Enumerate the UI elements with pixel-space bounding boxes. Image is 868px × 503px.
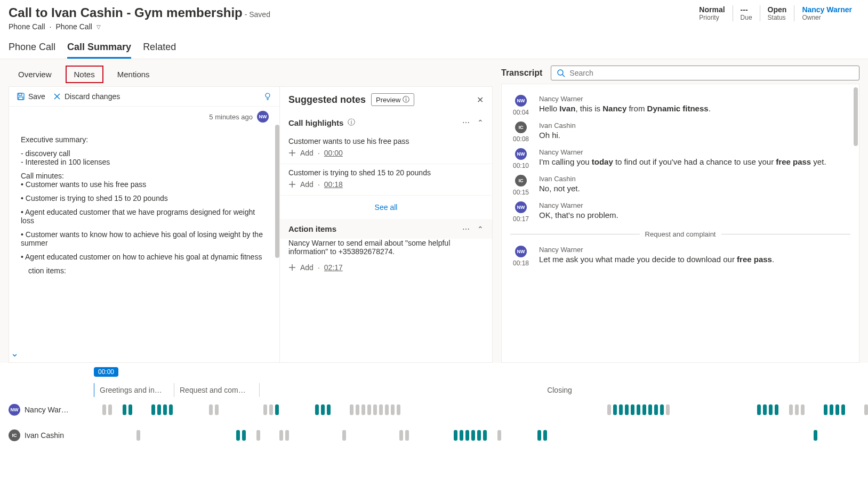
scrollbar[interactable] — [275, 125, 279, 258]
transcript-list[interactable]: NW00:04Nancy WarnerHello Ivan, this is N… — [501, 84, 859, 363]
segment-greeting[interactable]: Greetings and in… — [94, 383, 174, 397]
transcript-time: 00:10 — [510, 162, 532, 169]
crumb-entity: Phone Call — [9, 22, 45, 31]
chevron-down-icon[interactable]: ⌄ — [11, 347, 19, 359]
playhead[interactable]: 00:00 — [94, 367, 118, 377]
more-icon[interactable]: ⋯ — [462, 118, 470, 127]
transcript-time: 00:08 — [510, 135, 532, 143]
notes-timestamp: 5 minutes ago — [209, 113, 253, 121]
main-tabs: Phone Call Call Summary Related — [0, 34, 868, 59]
time-link[interactable]: 00:00 — [324, 149, 343, 157]
transcript-row[interactable]: NW00:10Nancy WarnerI'm calling you today… — [510, 148, 850, 169]
see-all-link[interactable]: See all — [280, 196, 492, 219]
waveform-speaker1[interactable] — [94, 404, 868, 415]
transcript-text: OK, that's no problem. — [539, 210, 850, 220]
transcript-speaker: Nancy Warner — [539, 246, 850, 254]
svg-point-5 — [266, 93, 270, 98]
action-item-text: Nancy Warner to send email about "some h… — [280, 239, 492, 260]
transcript-row[interactable]: NW00:18Nancy WarnerLet me ask you what m… — [510, 246, 850, 267]
tab-call-summary[interactable]: Call Summary — [67, 42, 131, 59]
call-highlights-heading: Call highlights — [288, 118, 343, 127]
info-icon: ⓘ — [403, 95, 409, 104]
transcript-text: No, not yet. — [539, 184, 850, 193]
speaker-name: Nancy War… — [25, 405, 69, 414]
due-value[interactable]: --- — [741, 5, 752, 14]
transcript-row[interactable]: NW00:17Nancy WarnerOK, that's no problem… — [510, 201, 850, 223]
svg-rect-1 — [19, 93, 22, 95]
transcript-row[interactable]: IC00:08Ivan CashinOh hi. — [510, 121, 850, 143]
transcript-text: Oh hi. — [539, 131, 850, 140]
subtab-notes[interactable]: Notes — [66, 66, 103, 83]
time-link[interactable]: 00:18 — [324, 180, 343, 189]
subtab-overview[interactable]: Overview — [11, 67, 59, 82]
avatar: IC — [9, 429, 20, 441]
avatar: NW — [515, 148, 527, 160]
highlight-text: Customer is trying to shed 15 to 20 poun… — [288, 168, 484, 177]
search-icon — [557, 69, 565, 77]
segment-request[interactable]: Request and com… — [174, 383, 260, 397]
status-value[interactable]: Open — [768, 5, 787, 14]
page-title: Call to Ivan Cashin - Gym membership — [9, 5, 243, 20]
status-fields: Normal Priority --- Due Open Status Nanc… — [692, 5, 859, 31]
record-header: Call to Ivan Cashin - Gym membership - S… — [0, 0, 868, 34]
transcript-heading: Transcript — [501, 68, 542, 78]
save-button[interactable]: Save — [17, 92, 45, 101]
tab-related[interactable]: Related — [143, 42, 176, 59]
close-suggested-icon[interactable]: ✕ — [477, 95, 484, 105]
more-icon[interactable]: ⋯ — [462, 225, 470, 233]
transcript-text: I'm calling you today to find out if you… — [539, 157, 850, 166]
transcript-speaker: Ivan Cashin — [539, 121, 850, 129]
scrollbar[interactable] — [854, 87, 858, 146]
avatar: NW — [257, 111, 269, 123]
segment-closing[interactable]: Closing — [260, 383, 859, 397]
subtab-mentions[interactable]: Mentions — [110, 67, 157, 82]
add-button[interactable]: Add — [300, 180, 314, 189]
crumb-form[interactable]: Phone Call — [55, 22, 92, 31]
lightbulb-icon[interactable] — [263, 92, 272, 101]
chevron-up-icon[interactable]: ⌃ — [477, 225, 484, 233]
avatar: IC — [515, 121, 527, 133]
save-icon — [17, 92, 25, 101]
transcript-speaker: Nancy Warner — [539, 201, 850, 209]
plus-icon[interactable] — [288, 181, 296, 188]
avatar: IC — [515, 175, 527, 186]
transcript-speaker: Nancy Warner — [539, 95, 850, 103]
search-input[interactable] — [551, 66, 859, 80]
avatar: NW — [9, 404, 20, 416]
transcript-time: 00:04 — [510, 109, 532, 116]
action-items-heading: Action items — [288, 224, 336, 233]
svg-line-15 — [562, 75, 565, 77]
transcript-text: Let me ask you what made you decide to d… — [539, 255, 850, 264]
avatar: NW — [515, 95, 527, 107]
transcript-time: 00:18 — [510, 259, 532, 267]
priority-value[interactable]: Normal — [699, 5, 725, 14]
add-button[interactable]: Add — [300, 149, 314, 157]
transcript-speaker: Nancy Warner — [539, 148, 850, 156]
chevron-up-icon[interactable]: ⌃ — [477, 118, 484, 127]
preview-button[interactable]: Preview ⓘ — [371, 93, 414, 106]
transcript-row[interactable]: IC00:15Ivan CashinNo, not yet. — [510, 175, 850, 196]
svg-point-14 — [558, 70, 563, 75]
notes-editor[interactable]: Executive summary: - discovery call - In… — [9, 125, 279, 286]
transcript-text: Hello Ivan, this is Nancy from Dynamic f… — [539, 104, 850, 113]
transcript-speaker: Ivan Cashin — [539, 175, 850, 183]
waveform-speaker2[interactable] — [94, 430, 868, 441]
transcript-time: 00:17 — [510, 215, 532, 223]
tab-phone-call[interactable]: Phone Call — [9, 42, 55, 59]
owner-link[interactable]: Nancy Warner — [802, 5, 852, 14]
close-icon — [53, 92, 61, 101]
add-button[interactable]: Add — [300, 263, 314, 272]
highlight-text: Customer wants to use his free pass — [288, 137, 484, 145]
discard-button[interactable]: Discard changes — [53, 92, 120, 101]
saved-indicator: - Saved — [245, 10, 270, 19]
breadcrumb: Phone Call · Phone Call ▽ — [9, 22, 270, 31]
plus-icon[interactable] — [288, 264, 296, 271]
avatar: NW — [515, 201, 527, 213]
time-link[interactable]: 02:17 — [324, 263, 343, 272]
call-timeline: ⌄ 00:00 Greetings and in… Request and co… — [0, 363, 868, 448]
plus-icon[interactable] — [288, 149, 296, 157]
speaker-name: Ivan Cashin — [25, 431, 64, 440]
info-icon[interactable]: ⓘ — [348, 118, 355, 127]
chevron-down-icon[interactable]: ▽ — [97, 24, 101, 30]
transcript-row[interactable]: NW00:04Nancy WarnerHello Ivan, this is N… — [510, 95, 850, 116]
